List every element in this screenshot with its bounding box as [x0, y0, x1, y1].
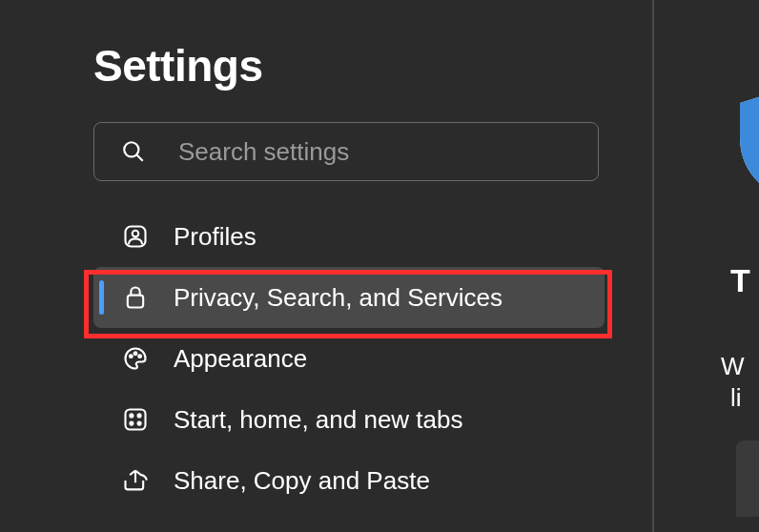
- sidebar-item-start[interactable]: Start, home, and new tabs: [93, 389, 605, 450]
- sidebar-item-label: Profiles: [174, 222, 256, 252]
- search-container[interactable]: [93, 122, 599, 181]
- svg-point-3: [133, 231, 139, 237]
- grid-icon: [122, 406, 149, 433]
- svg-point-10: [138, 414, 141, 417]
- content-panel-partial: T W li: [667, 0, 759, 532]
- svg-point-0: [124, 142, 138, 156]
- sidebar-item-profiles[interactable]: Profiles: [93, 206, 605, 267]
- shield-icon: [732, 86, 759, 200]
- svg-rect-8: [126, 410, 146, 430]
- sidebar-item-share[interactable]: Share, Copy and Paste: [93, 450, 605, 511]
- search-icon: [121, 139, 146, 164]
- svg-rect-4: [128, 296, 143, 308]
- settings-sidebar: Settings Profiles Privacy, Search, and S…: [0, 0, 652, 532]
- content-card-partial: [736, 440, 759, 517]
- search-input[interactable]: [178, 137, 598, 167]
- sidebar-item-label: Privacy, Search, and Services: [174, 283, 503, 313]
- lock-icon: [122, 284, 149, 311]
- svg-point-12: [138, 422, 141, 425]
- share-icon: [122, 467, 149, 494]
- svg-point-11: [130, 422, 133, 425]
- sidebar-item-appearance[interactable]: Appearance: [93, 328, 605, 389]
- svg-point-7: [138, 355, 141, 358]
- content-text-partial: W: [721, 348, 759, 385]
- content-text-partial: li: [730, 383, 759, 413]
- sidebar-item-label: Share, Copy and Paste: [174, 466, 430, 496]
- sidebar-item-privacy[interactable]: Privacy, Search, and Services: [93, 267, 605, 328]
- palette-icon: [122, 345, 149, 372]
- svg-point-5: [130, 355, 133, 358]
- content-heading-partial: T: [730, 262, 759, 299]
- sidebar-item-label: Start, home, and new tabs: [174, 405, 463, 435]
- profile-icon: [122, 223, 149, 250]
- page-title: Settings: [93, 40, 652, 92]
- svg-point-9: [130, 414, 133, 417]
- svg-line-1: [136, 154, 143, 161]
- svg-point-6: [134, 352, 137, 355]
- sidebar-item-label: Appearance: [174, 344, 307, 374]
- shield-icon-partial: [732, 86, 759, 200]
- sidebar-divider: [652, 0, 654, 532]
